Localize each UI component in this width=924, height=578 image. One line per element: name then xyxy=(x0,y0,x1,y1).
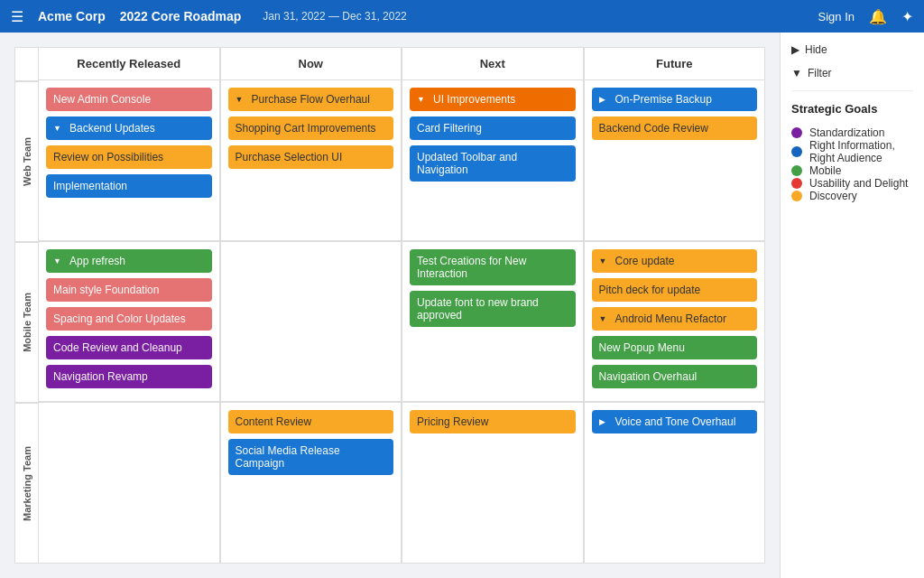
card-label: Spacing and Color Updates xyxy=(53,312,186,325)
row-label-mobile-team: Mobile Team xyxy=(14,242,38,403)
filter-button[interactable]: ▼ Filter xyxy=(791,67,913,79)
col-header-next: Next xyxy=(402,47,584,79)
apps-grid-icon[interactable]: ✦ xyxy=(901,8,913,25)
goal-dot xyxy=(791,127,802,138)
board-area: Web TeamMobile TeamMarketing Team Recent… xyxy=(0,33,780,578)
board-row-marketing-team: Content ReviewSocial Media Release Campa… xyxy=(38,402,765,564)
card[interactable]: Update font to new brand approved xyxy=(410,291,576,327)
board-cell-web-team-recently-released: New Admin Console▼Backend UpdatesReview … xyxy=(38,79,220,241)
card-label: Social Media Release Campaign xyxy=(236,444,387,470)
board-row-web-team: New Admin Console▼Backend UpdatesReview … xyxy=(38,79,765,241)
card[interactable]: Purchase Selection UI xyxy=(228,145,394,169)
card-label: Purchase Flow Overhaul xyxy=(252,93,370,106)
card-chevron-icon: ▼ xyxy=(53,124,64,133)
column-headers: Recently ReleasedNowNextFuture xyxy=(38,47,765,79)
card[interactable]: Implementation xyxy=(46,174,212,198)
card-chevron-icon: ▼ xyxy=(599,256,610,266)
card[interactable]: Shopping Cart Improvements xyxy=(228,117,394,140)
card-label: Updated Toolbar and Navigation xyxy=(417,151,568,176)
col-header-future: Future xyxy=(584,47,766,79)
card[interactable]: Spacing and Color Updates xyxy=(46,307,212,331)
card-chevron-icon: ▼ xyxy=(236,95,246,104)
card-label: Review on Possibilities xyxy=(53,151,163,163)
card-label: UI Improvements xyxy=(433,93,515,106)
board-cell-marketing-team-next: Pricing Review xyxy=(402,402,584,564)
card[interactable]: Navigation Overhaul xyxy=(592,365,758,388)
card[interactable]: Review on Possibilities xyxy=(46,145,212,169)
card-label: Navigation Revamp xyxy=(53,370,148,383)
card-label: Code Review and Cleanup xyxy=(53,341,182,354)
card[interactable]: Navigation Revamp xyxy=(46,365,212,388)
card[interactable]: Backend Code Review xyxy=(592,117,758,140)
card[interactable]: ▼Purchase Flow Overhaul xyxy=(228,88,394,111)
card-label: Content Review xyxy=(236,415,312,428)
row-labels: Web TeamMobile TeamMarketing Team xyxy=(14,47,38,564)
row-label-text: Web Team xyxy=(22,137,32,186)
menu-icon[interactable]: ☰ xyxy=(11,8,23,25)
card[interactable]: ▼Backend Updates xyxy=(46,117,212,140)
goal-dot xyxy=(791,178,802,189)
goal-dot xyxy=(791,191,802,201)
sidebar: ▶ Hide ▼ Filter Strategic Goals Standard… xyxy=(780,33,924,578)
board-row-mobile-team: ▼App refreshMain style FoundationSpacing… xyxy=(38,241,765,403)
card-label: Pricing Review xyxy=(417,415,488,428)
card[interactable]: Social Media Release Campaign xyxy=(228,439,394,475)
board-cell-web-team-now: ▼Purchase Flow OverhaulShopping Cart Imp… xyxy=(220,79,402,241)
card[interactable]: Test Creations for New Interaction xyxy=(410,249,576,285)
card-label: Purchase Selection UI xyxy=(236,151,343,163)
board-cell-marketing-team-recently-released xyxy=(38,402,220,564)
app-header: ☰ Acme Corp 2022 Core Roadmap Jan 31, 20… xyxy=(0,0,924,33)
card[interactable]: ▼UI Improvements xyxy=(410,88,576,111)
board-cell-web-team-next: ▼UI ImprovementsCard FilteringUpdated To… xyxy=(402,79,584,241)
header-actions: Sign In 🔔 ✦ xyxy=(818,8,913,25)
roadmap-title: 2022 Core Roadmap xyxy=(120,9,242,23)
card[interactable]: ▼Android Menu Refactor xyxy=(592,307,758,331)
board-columns: Recently ReleasedNowNextFuture New Admin… xyxy=(38,47,765,564)
card[interactable]: Pitch deck for update xyxy=(592,278,758,302)
date-range: Jan 31, 2022 — Dec 31, 2022 xyxy=(263,10,406,23)
card[interactable]: ▶Voice and Tone Overhaul xyxy=(592,410,758,434)
goal-label: Standardization xyxy=(809,126,884,139)
card[interactable]: New Admin Console xyxy=(46,88,212,111)
card-label: Card Filtering xyxy=(417,122,482,135)
board-cell-mobile-team-recently-released: ▼App refreshMain style FoundationSpacing… xyxy=(38,241,220,403)
notification-bell-icon[interactable]: 🔔 xyxy=(869,8,887,25)
card-label: Android Menu Refactor xyxy=(615,312,726,325)
goal-item: Discovery xyxy=(791,190,913,202)
card-chevron-icon: ▼ xyxy=(417,95,428,104)
card[interactable]: Card Filtering xyxy=(410,117,576,140)
card[interactable]: ▶On-Premise Backup xyxy=(592,88,758,111)
goals-list: Standardization Right Information, Right… xyxy=(791,126,913,202)
strategic-goals-title: Strategic Goals xyxy=(791,102,913,116)
board-container: Web TeamMobile TeamMarketing Team Recent… xyxy=(14,47,765,564)
card-chevron-icon: ▼ xyxy=(599,314,610,323)
board-cell-marketing-team-future: ▶Voice and Tone Overhaul xyxy=(584,402,766,564)
card[interactable]: ▼App refresh xyxy=(46,249,212,273)
main-layout: Web TeamMobile TeamMarketing Team Recent… xyxy=(0,33,924,578)
row-label-web-team: Web Team xyxy=(14,81,38,242)
card[interactable]: Content Review xyxy=(228,410,394,434)
row-label-marketing-team: Marketing Team xyxy=(14,403,38,564)
filter-label: Filter xyxy=(808,67,832,79)
card[interactable]: Main style Foundation xyxy=(46,278,212,302)
card-label: On-Premise Backup xyxy=(615,93,712,106)
card-label: Implementation xyxy=(53,180,127,192)
card[interactable]: New Popup Menu xyxy=(592,336,758,359)
col-header-now: Now xyxy=(220,47,402,79)
goal-item: Standardization xyxy=(791,126,913,139)
card-chevron-icon: ▼ xyxy=(53,256,64,266)
goal-item: Usability and Delight xyxy=(791,177,913,190)
board-cell-marketing-team-now: Content ReviewSocial Media Release Campa… xyxy=(220,402,402,564)
brand-name: Acme Corp xyxy=(38,9,106,23)
card[interactable]: Pricing Review xyxy=(410,410,576,434)
card[interactable]: Code Review and Cleanup xyxy=(46,336,212,359)
goal-label: Usability and Delight xyxy=(809,177,908,190)
hide-button[interactable]: ▶ Hide xyxy=(791,43,913,56)
goal-item: Mobile xyxy=(791,164,913,177)
card[interactable]: Updated Toolbar and Navigation xyxy=(410,145,576,182)
card-label: Shopping Cart Improvements xyxy=(236,122,376,135)
sign-in-button[interactable]: Sign In xyxy=(818,10,855,23)
card-label: Pitch deck for update xyxy=(599,284,701,296)
card[interactable]: ▼Core update xyxy=(592,249,758,273)
card-chevron-icon: ▶ xyxy=(599,417,610,426)
